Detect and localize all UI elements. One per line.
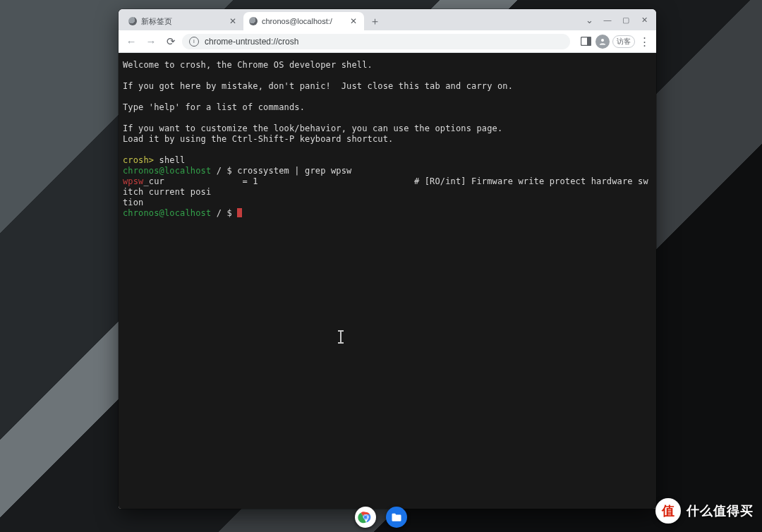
toolbar: ← → ⟳ i chrome-untrusted://crosh 访客 ⋮ [119, 30, 656, 53]
term-line: If you want to customize the look/behavi… [123, 123, 502, 133]
shelf [0, 502, 762, 532]
watermark-badge: 值 [655, 498, 681, 524]
globe-icon [249, 17, 258, 25]
chrome-app-icon[interactable] [355, 507, 376, 528]
grep-output: tion [123, 198, 144, 207]
shell-cmd: crossystem | grep wpsw [237, 166, 351, 176]
watermark: 值 什么值得买 [655, 498, 754, 524]
shell-path: / $ [211, 208, 237, 218]
crosh-prompt: crosh> [123, 155, 154, 165]
url-text: chrome-untrusted://crosh [205, 37, 298, 47]
term-line: Load it by using the Ctrl-Shift-P keyboa… [123, 134, 393, 144]
close-icon[interactable]: ✕ [228, 16, 238, 26]
term-line: Type 'help' for a list of commands. [123, 102, 305, 112]
cursor [237, 208, 242, 217]
forward-button[interactable]: → [143, 33, 159, 50]
term-line: Welcome to crosh, the Chrome OS develope… [123, 60, 373, 70]
term-line: If you got here by mistake, don't panic!… [123, 81, 513, 91]
close-icon[interactable]: ✕ [349, 16, 358, 26]
tab-strip: 新标签页 ✕ chronos@localhost:/ ✕ ＋ ⌄ — ▢ ✕ [119, 9, 656, 30]
tab-title: chronos@localhost:/ [262, 17, 344, 25]
tab-newtab[interactable]: 新标签页 ✕ [123, 12, 243, 30]
close-window-button[interactable]: ✕ [635, 11, 653, 28]
grep-output: _cur = 1 # [RO/int] Firmware write prote… [123, 176, 648, 197]
menu-button[interactable]: ⋮ [636, 35, 652, 48]
info-icon[interactable]: i [189, 37, 199, 47]
tab-crosh[interactable]: chronos@localhost:/ ✕ [243, 12, 364, 30]
watermark-text: 什么值得买 [687, 502, 754, 519]
shell-prompt: chronos@localhost [123, 208, 211, 218]
toolbar-right: 访客 ⋮ [577, 33, 652, 50]
profile-label[interactable]: 访客 [612, 35, 635, 48]
text-cursor-icon [340, 332, 341, 342]
profile-avatar[interactable] [595, 35, 610, 49]
back-button[interactable]: ← [123, 33, 140, 50]
shell-path: / $ [211, 166, 237, 176]
minimize-button[interactable]: — [598, 11, 617, 28]
browser-window: 新标签页 ✕ chronos@localhost:/ ✕ ＋ ⌄ — ▢ ✕ ←… [119, 9, 656, 509]
address-bar[interactable]: i chrome-untrusted://crosh [182, 34, 570, 49]
svg-point-2 [601, 39, 604, 42]
svg-point-6 [364, 516, 368, 519]
sidepanel-icon[interactable] [577, 33, 594, 50]
files-app-icon[interactable] [386, 507, 407, 528]
reload-button[interactable]: ⟳ [162, 33, 179, 50]
terminal[interactable]: Welcome to crosh, the Chrome OS develope… [119, 53, 656, 509]
tab-title: 新标签页 [141, 16, 224, 27]
chevron-down-icon[interactable]: ⌄ [580, 11, 598, 28]
shell-prompt: chronos@localhost [123, 166, 211, 176]
crosh-cmd: shell [154, 155, 185, 165]
window-controls: ⌄ — ▢ ✕ [580, 9, 653, 30]
maximize-button[interactable]: ▢ [617, 11, 635, 28]
grep-match: wpsw [123, 176, 144, 186]
svg-rect-1 [587, 37, 591, 45]
globe-icon [128, 17, 137, 25]
new-tab-button[interactable]: ＋ [367, 13, 382, 29]
